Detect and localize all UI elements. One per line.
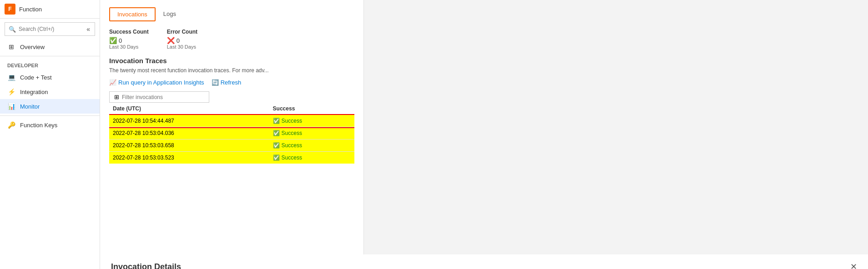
error-count-label: Error Count xyxy=(167,29,197,35)
success-count-stat: Success Count ✅ 0 Last 30 Days xyxy=(109,29,149,50)
invocations-table: Date (UTC) Success 2022-07-28 10:54:44.4… xyxy=(109,103,354,164)
function-keys-icon: 🔑 xyxy=(7,121,15,129)
error-count-value: 0 xyxy=(177,37,180,44)
developer-section-label: Developer xyxy=(0,58,100,70)
invocations-panel: Invocations Logs Success Count ✅ 0 Last … xyxy=(100,0,364,254)
sidebar-item-label: Overview xyxy=(20,44,45,50)
success-badge: ✅ Success xyxy=(273,130,351,136)
cell-date: 2022-07-28 10:53:04.036 xyxy=(109,127,269,139)
cell-success: ✅ Success xyxy=(269,152,354,164)
sidebar-title: Function xyxy=(19,6,42,13)
sidebar-header: F Function xyxy=(0,0,100,19)
search-input[interactable] xyxy=(19,26,83,32)
details-title: Invocation Details xyxy=(111,262,181,269)
success-badge: ✅ Success xyxy=(273,142,351,149)
sidebar-item-label: Code + Test xyxy=(20,74,52,81)
success-count-value: 0 xyxy=(119,37,122,44)
sidebar-item-function-keys[interactable]: 🔑 Function Keys xyxy=(0,118,100,132)
sidebar-item-overview[interactable]: ⊞ Overview xyxy=(0,40,100,54)
table-row[interactable]: 2022-07-28 10:53:04.036 ✅ Success xyxy=(109,127,354,139)
tab-invocations[interactable]: Invocations xyxy=(109,7,156,21)
error-count-stat: Error Count ❌ 0 Last 30 Days xyxy=(167,29,197,50)
search-icon: 🔍 xyxy=(9,26,16,33)
success-count-label: Success Count xyxy=(109,29,149,35)
sidebar-item-label: Integration xyxy=(20,89,48,95)
sidebar-item-label: Function Keys xyxy=(20,122,57,129)
cell-success: ✅ Success xyxy=(269,115,354,127)
cell-success: ✅ Success xyxy=(269,127,354,139)
success-badge: ✅ Success xyxy=(273,118,351,124)
success-badge: ✅ Success xyxy=(273,154,351,161)
refresh-icon: 🔄 xyxy=(212,79,219,86)
filter-icon: ⊞ xyxy=(114,94,119,100)
filter-invocations-box: ⊞ xyxy=(109,91,209,103)
chart-icon: 📈 xyxy=(109,79,116,86)
monitor-icon: 📊 xyxy=(7,103,15,110)
sidebar: F Function 🔍 « ⊞ Overview Developer 💻 Co… xyxy=(0,0,100,269)
filter-invocations-input[interactable] xyxy=(122,94,204,100)
sidebar-logo: F xyxy=(5,4,15,15)
details-panel: Invocation Details ✕ 📈 Run query in Appl… xyxy=(100,254,868,269)
success-period: Last 30 Days xyxy=(109,44,149,50)
cell-success: ✅ Success xyxy=(269,139,354,152)
overview-icon: ⊞ xyxy=(7,43,15,50)
success-icon: ✅ xyxy=(273,142,280,149)
code-test-icon: 💻 xyxy=(7,74,15,81)
table-row[interactable]: 2022-07-28 10:54:44.487 ✅ Success xyxy=(109,115,354,127)
col-date: Date (UTC) xyxy=(109,103,269,115)
table-row[interactable]: 2022-07-28 10:53:03.523 ✅ Success xyxy=(109,152,354,164)
success-icon: ✅ xyxy=(273,130,280,136)
collapse-button[interactable]: « xyxy=(86,25,91,34)
invocation-traces-title: Invocation Traces xyxy=(109,57,354,65)
close-button[interactable]: ✕ xyxy=(850,262,857,269)
nav-divider xyxy=(0,56,100,56)
integration-icon: ⚡ xyxy=(7,88,15,95)
sidebar-item-code-test[interactable]: 💻 Code + Test xyxy=(0,70,100,85)
cell-date: 2022-07-28 10:54:44.487 xyxy=(109,115,269,127)
tab-bar: Invocations Logs xyxy=(109,7,354,21)
success-icon: ✅ xyxy=(273,118,280,124)
sidebar-search-container: 🔍 « xyxy=(5,22,95,36)
cell-date: 2022-07-28 10:53:03.658 xyxy=(109,139,269,152)
nav-divider-2 xyxy=(0,115,100,116)
details-header: Invocation Details ✕ xyxy=(111,262,857,269)
sidebar-item-label: Monitor xyxy=(20,103,40,110)
error-period: Last 30 Days xyxy=(167,44,197,50)
tab-logs[interactable]: Logs xyxy=(156,7,184,21)
sidebar-item-integration[interactable]: ⚡ Integration xyxy=(0,85,100,99)
invocations-toolbar: 📈 Run query in Application Insights 🔄 Re… xyxy=(109,79,354,86)
success-count-icon: ✅ xyxy=(109,37,117,44)
refresh-button[interactable]: 🔄 Refresh xyxy=(212,79,242,86)
sidebar-item-monitor[interactable]: 📊 Monitor xyxy=(0,99,100,114)
invocations-table-wrapper: Date (UTC) Success 2022-07-28 10:54:44.4… xyxy=(109,103,354,247)
error-count-icon: ❌ xyxy=(167,37,175,44)
error-count-value-row: ❌ 0 xyxy=(167,37,197,44)
success-count-value-row: ✅ 0 xyxy=(109,37,149,44)
sidebar-nav: ⊞ Overview Developer 💻 Code + Test ⚡ Int… xyxy=(0,40,100,269)
invocation-traces-desc: The twenty most recent function invocati… xyxy=(109,67,354,74)
col-success: Success xyxy=(269,103,354,115)
stats-row: Success Count ✅ 0 Last 30 Days Error Cou… xyxy=(109,29,354,50)
cell-date: 2022-07-28 10:53:03.523 xyxy=(109,152,269,164)
main-content: Invocations Logs Success Count ✅ 0 Last … xyxy=(100,0,868,269)
success-icon: ✅ xyxy=(273,154,280,161)
run-query-button[interactable]: 📈 Run query in Application Insights xyxy=(109,79,204,86)
table-row[interactable]: 2022-07-28 10:53:03.658 ✅ Success xyxy=(109,139,354,152)
